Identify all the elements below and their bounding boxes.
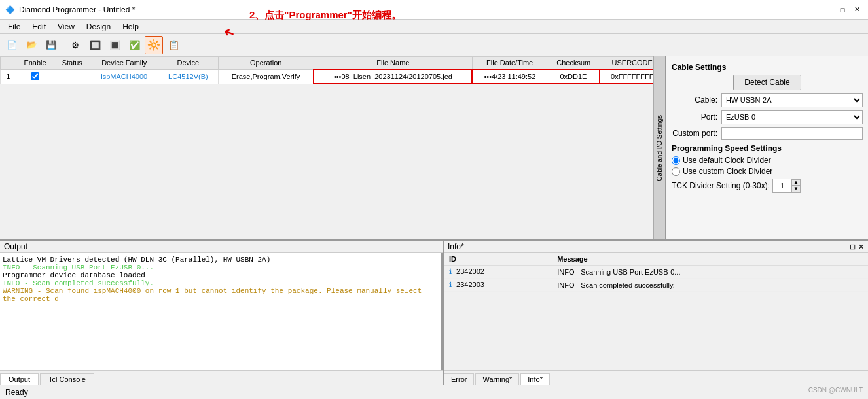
cable-row: Cable: HW-USBN-2A bbox=[672, 93, 863, 107]
new-icon: 📄 bbox=[7, 40, 18, 50]
col-enable: Enable bbox=[16, 57, 54, 70]
port-label: Port: bbox=[672, 113, 717, 122]
bottom-panels: Output Lattice VM Drivers detected (HW-D… bbox=[0, 239, 868, 385]
float-icon[interactable]: ⊟ bbox=[850, 243, 856, 251]
output-panel[interactable]: Lattice VM Drivers detected (HW-DLN-3C (… bbox=[0, 253, 443, 370]
tck-up-arrow[interactable]: ▲ bbox=[791, 179, 801, 186]
menu-help[interactable]: Help bbox=[117, 21, 144, 33]
toolbar-programmer-button[interactable]: 🔆 bbox=[145, 36, 163, 54]
toolbar-new-button[interactable]: 📄 bbox=[3, 36, 21, 54]
maximize-button[interactable]: □ bbox=[837, 4, 848, 16]
vertical-tab-strip[interactable]: Cable and I/O Settings bbox=[653, 56, 665, 239]
radio-custom-label: Use custom Clock Divider bbox=[683, 167, 772, 176]
tck-down-arrow[interactable]: ▼ bbox=[791, 186, 801, 192]
left-area: Enable Status Device Family Device Opera… bbox=[0, 56, 665, 239]
output-title: Output bbox=[4, 242, 27, 251]
port-select[interactable]: EzUSB-0 bbox=[721, 110, 863, 124]
menu-design[interactable]: Design bbox=[81, 21, 116, 33]
custom-port-row: Custom port: bbox=[672, 127, 863, 140]
info-id-value-1: 2342002 bbox=[456, 268, 484, 275]
toolbar-separator-1 bbox=[63, 37, 63, 53]
tck-input[interactable] bbox=[773, 181, 791, 191]
run-icon: ⚙ bbox=[71, 40, 80, 50]
cell-checksum: 0xDD1E bbox=[547, 69, 600, 84]
tck-row: TCK Divider Setting (0-30x): ▲ ▼ bbox=[672, 179, 863, 193]
tcl-console-tab[interactable]: Tcl Console bbox=[40, 373, 94, 385]
info-row-1[interactable]: ℹ 2342002 INFO - Scanning USB Port EzUSB… bbox=[444, 266, 868, 279]
output-tab[interactable]: Output bbox=[0, 373, 39, 385]
speed-title: Programming Speed Settings bbox=[672, 144, 863, 153]
close-icon[interactable]: ✕ bbox=[858, 243, 864, 251]
output-line-5: WARNING - Scan found ispMACH4000 on row … bbox=[3, 287, 439, 303]
info-title: Info* bbox=[448, 242, 464, 251]
info-icon-1: ℹ bbox=[449, 268, 452, 275]
menu-edit[interactable]: Edit bbox=[27, 21, 51, 33]
custom-port-label: Custom port: bbox=[672, 129, 717, 138]
info-table: ID Message ℹ 2342002 INFO - Scanning USB… bbox=[444, 253, 868, 292]
vertical-tab-label: Cable and I/O Settings bbox=[655, 113, 664, 184]
info-header-icons: ⊟ ✕ bbox=[850, 243, 864, 251]
cell-filename: •••08_Lisen_20231124/20120705.jed bbox=[314, 69, 472, 84]
cell-operation: Erase,Program,Verify bbox=[218, 69, 314, 84]
error-tab[interactable]: Error bbox=[444, 373, 474, 385]
warning-tab[interactable]: Warning* bbox=[475, 373, 519, 385]
info-icon-2: ℹ bbox=[449, 281, 452, 288]
col-device-family: Device Family bbox=[90, 57, 158, 70]
enable-checkbox[interactable] bbox=[31, 72, 39, 80]
info-cell-id-1: ℹ 2342002 bbox=[444, 266, 552, 279]
radio-default[interactable] bbox=[672, 156, 680, 165]
toolbar: 📄 📂 💾 ⚙ 🔲 🔳 ✅ 🔆 📋 2、点击"Program bbox=[0, 34, 868, 56]
output-line-2: INFO - Scanning USB Port EzUSB-0... bbox=[3, 264, 439, 271]
radio-default-row: Use default Clock Divider bbox=[672, 156, 863, 165]
toolbar-chip2-button[interactable]: 🔳 bbox=[105, 36, 124, 54]
close-button[interactable]: ✕ bbox=[851, 4, 863, 16]
info-cell-msg-2: INFO - Scan completed successfully. bbox=[552, 279, 868, 292]
col-device: Device bbox=[158, 57, 218, 70]
toolbar-log-button[interactable]: 📋 bbox=[164, 36, 183, 54]
table-row[interactable]: 1 ispMACH4000 LC4512V(B) Erase,Program,V… bbox=[1, 69, 665, 84]
minimize-button[interactable]: ─ bbox=[822, 4, 834, 16]
cable-label: Cable: bbox=[672, 95, 717, 105]
cell-enable[interactable] bbox=[16, 69, 54, 84]
cable-settings-title: Cable Settings bbox=[672, 63, 863, 72]
save-icon: 💾 bbox=[46, 40, 57, 50]
toolbar-chip-button[interactable]: 🔲 bbox=[86, 36, 104, 54]
title-bar-controls: ─ □ ✕ bbox=[822, 4, 863, 16]
toolbar-check-button[interactable]: ✅ bbox=[125, 36, 143, 54]
right-sidebar: Cable Settings Detect Cable Cable: HW-US… bbox=[665, 56, 868, 239]
col-status: Status bbox=[54, 57, 90, 70]
check-icon: ✅ bbox=[129, 40, 140, 50]
title-bar-left: 🔷 Diamond Programmer - Untitled * bbox=[5, 5, 135, 14]
info-cell-msg-1: INFO - Scanning USB Port EzUSB-0... bbox=[552, 266, 868, 279]
toolbar-open-button[interactable]: 📂 bbox=[22, 36, 41, 54]
device-table: Enable Status Device Family Device Opera… bbox=[0, 56, 665, 84]
radio-custom-row: Use custom Clock Divider bbox=[672, 167, 863, 176]
middle-section: Enable Status Device Family Device Opera… bbox=[0, 56, 868, 239]
col-filename: File Name bbox=[314, 57, 472, 70]
info-cell-id-2: ℹ 2342003 bbox=[444, 279, 552, 292]
status-text: Ready bbox=[5, 388, 28, 397]
info-col-id: ID bbox=[444, 253, 552, 266]
info-row-2[interactable]: ℹ 2342003 INFO - Scan completed successf… bbox=[444, 279, 868, 292]
toolbar-save-button[interactable]: 💾 bbox=[42, 36, 60, 54]
menu-view[interactable]: View bbox=[52, 21, 80, 33]
output-line-4: INFO - Scan completed successfully. bbox=[3, 279, 439, 287]
info-tab[interactable]: Info* bbox=[520, 373, 550, 385]
menu-file[interactable]: File bbox=[3, 21, 26, 33]
info-header: Info* ⊟ ✕ bbox=[444, 241, 868, 253]
toolbar-run-button[interactable]: ⚙ bbox=[66, 36, 84, 54]
info-id-value-2: 2342003 bbox=[456, 281, 484, 288]
detect-cable-button[interactable]: Detect Cable bbox=[733, 75, 801, 90]
app-icon: 🔷 bbox=[5, 5, 15, 14]
cell-filedate: •••4/23 11:49:52 bbox=[472, 69, 547, 84]
programmer-icon: 🔆 bbox=[147, 39, 160, 51]
custom-port-input[interactable] bbox=[721, 127, 863, 140]
info-panel-wrap: Info* ⊟ ✕ ID Message bbox=[443, 241, 868, 385]
open-icon: 📂 bbox=[26, 40, 37, 50]
menu-bar: File Edit View Design Help bbox=[0, 20, 868, 34]
radio-custom[interactable] bbox=[672, 167, 680, 176]
title-bar: 🔷 Diamond Programmer - Untitled * ─ □ ✕ bbox=[0, 0, 868, 20]
output-line-3: Programmer device database loaded bbox=[3, 271, 439, 279]
col-num bbox=[1, 57, 16, 70]
cable-select[interactable]: HW-USBN-2A bbox=[721, 93, 863, 107]
